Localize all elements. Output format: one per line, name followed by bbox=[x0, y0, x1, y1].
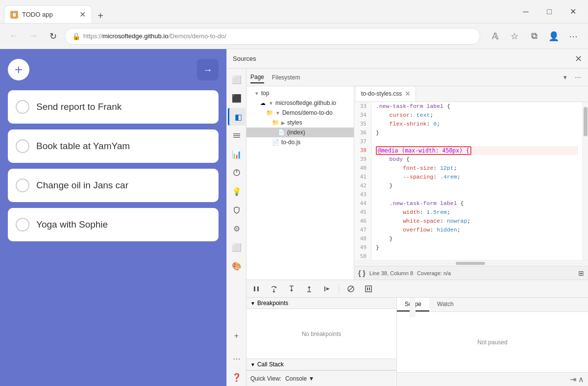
minimize-button[interactable]: ─ bbox=[514, 4, 537, 20]
todo-checkbox-4[interactable] bbox=[16, 218, 29, 232]
todo-text-2: Book table at YamYam bbox=[36, 141, 130, 152]
devtools-body: ⬜ ⬛ ◧ 📊 💡 ⚙ ⬜ 🎨 bbox=[227, 69, 588, 386]
svg-rect-5 bbox=[257, 286, 259, 291]
code-line-34: cursor: text; bbox=[376, 111, 578, 120]
read-aloud-button[interactable]: 𝔸 bbox=[486, 27, 504, 45]
todo-panel: + → Send report to Frank Book table at Y… bbox=[0, 49, 226, 386]
status-dock-icon[interactable]: ⊞ bbox=[578, 269, 584, 277]
devtools-panel: Sources ✕ ⬜ ⬛ ◧ 📊 💡 bbox=[226, 49, 588, 386]
debug-right-tabs: Scope Watch bbox=[397, 298, 588, 312]
tree-item-top[interactable]: ▼ top bbox=[246, 88, 354, 98]
profile-button[interactable]: 👤 bbox=[545, 27, 563, 45]
todo-item-1[interactable]: Send report to Frank bbox=[8, 90, 219, 124]
sidebar-icon-add[interactable]: + bbox=[228, 327, 245, 345]
todo-item-3[interactable]: Change oil in Jans car bbox=[8, 169, 219, 202]
deactivate-button[interactable] bbox=[345, 283, 357, 295]
forward-button[interactable]: → bbox=[25, 28, 41, 44]
sidebar-icon-console[interactable]: ⬛ bbox=[228, 89, 245, 107]
new-tab-button[interactable]: + bbox=[93, 8, 108, 23]
svg-rect-1 bbox=[233, 135, 240, 136]
sidebar-icon-network[interactable] bbox=[228, 127, 245, 144]
tree-item-domain[interactable]: ☁ ▼ microsoftedge.github.io bbox=[246, 98, 354, 108]
devtools-close-button[interactable]: ✕ bbox=[573, 51, 584, 66]
code-line-33: .new-task-form label { bbox=[376, 102, 578, 111]
sidebar-icon-sources[interactable]: ◧ bbox=[228, 108, 245, 126]
back-button[interactable]: ← bbox=[6, 28, 22, 44]
watch-tab[interactable]: Watch bbox=[429, 298, 462, 311]
tree-item-todo-js[interactable]: 📄 to-do.js bbox=[246, 137, 354, 147]
url-bar[interactable]: 🔒 https://microsoftedge.github.io/Demos/… bbox=[65, 28, 480, 45]
continue-button[interactable] bbox=[321, 283, 333, 295]
close-button[interactable]: ✕ bbox=[562, 4, 584, 20]
active-tab[interactable]: 📋 TODO app ✕ bbox=[4, 5, 92, 23]
devtools-sidebar: ⬜ ⬛ ◧ 📊 💡 ⚙ ⬜ 🎨 bbox=[227, 69, 246, 386]
line-num-48: 48 bbox=[354, 234, 368, 243]
tab-bar: 📋 TODO app ✕ + bbox=[4, 0, 514, 23]
vertical-scrollbar[interactable] bbox=[582, 102, 588, 260]
sidebar-icon-security[interactable] bbox=[228, 201, 245, 219]
horizontal-scrollbar[interactable] bbox=[354, 260, 588, 266]
todo-checkbox-1[interactable] bbox=[16, 100, 29, 114]
h-scrollbar-thumb[interactable] bbox=[456, 262, 485, 265]
code-tab-close-button[interactable]: ✕ bbox=[405, 90, 411, 98]
scope-action-icon[interactable]: ⇥ bbox=[570, 375, 576, 384]
browser-window: 📋 TODO app ✕ + ─ □ ✕ ← → ↻ 🔒 https://mic… bbox=[0, 0, 588, 386]
sidebar-icon-application[interactable]: 💡 bbox=[228, 182, 245, 200]
breakpoints-scrollbar[interactable] bbox=[410, 298, 416, 317]
code-tab-filename: to-do-styles.css bbox=[361, 90, 402, 97]
line-num-35: 35 bbox=[354, 120, 368, 129]
sources-panel: Page Filesystem ▾ ⋯ ▼ top bbox=[246, 69, 588, 386]
sources-more-button[interactable]: ⋯ bbox=[572, 73, 584, 82]
sidebar-icon-settings[interactable]: ⚙ bbox=[228, 220, 245, 237]
scope-content: Not paused bbox=[397, 312, 588, 372]
dont-pause-button[interactable] bbox=[363, 283, 374, 295]
scope-expand-icon[interactable]: ∧ bbox=[578, 375, 584, 384]
call-stack-header[interactable]: ▼ Call Stack bbox=[246, 359, 396, 370]
maximize-button[interactable]: □ bbox=[538, 4, 561, 20]
line-num-49: 49 bbox=[354, 243, 368, 252]
pause-button[interactable] bbox=[250, 283, 262, 295]
todo-item-4[interactable]: Yoga with Sophie bbox=[8, 208, 219, 241]
sidebar-icon-paint[interactable]: 🎨 bbox=[228, 257, 245, 275]
code-line-50 bbox=[376, 252, 578, 260]
step-out-button[interactable] bbox=[303, 283, 315, 295]
line-num-46: 46 bbox=[354, 217, 368, 226]
line-num-43: 43 bbox=[354, 190, 368, 199]
tree-item-styles[interactable]: 📁 ▶ styles bbox=[246, 118, 354, 128]
sources-dropdown-button[interactable]: ▾ bbox=[561, 73, 570, 82]
scrollbar-thumb[interactable] bbox=[584, 107, 588, 136]
tab-close-button[interactable]: ✕ bbox=[79, 11, 86, 19]
tab-page[interactable]: Page bbox=[250, 72, 264, 83]
breakpoints-header[interactable]: ▼ Breakpoints bbox=[246, 298, 396, 309]
sidebar-icon-more[interactable]: ⋯ bbox=[228, 350, 245, 367]
sidebar-icon-performance[interactable]: 📊 bbox=[228, 145, 245, 163]
sidebar-icon-memory[interactable] bbox=[228, 164, 245, 181]
todo-checkbox-2[interactable] bbox=[16, 139, 29, 153]
collections-button[interactable]: ⧉ bbox=[525, 27, 543, 45]
line-numbers: 33 34 35 36 37 38 39 40 41 bbox=[354, 102, 372, 260]
quick-view-dropdown[interactable]: Console ▼ bbox=[285, 375, 314, 382]
code-line-47: overflow: hidden; bbox=[376, 226, 578, 234]
curly-braces-icon[interactable]: { } bbox=[358, 269, 366, 277]
quick-view-arrow: ▼ bbox=[309, 375, 315, 382]
step-over-button[interactable] bbox=[268, 283, 280, 295]
tree-item-demos[interactable]: 📁 ▼ Demos/demo-to-do bbox=[246, 108, 354, 118]
code-line-45: width: 1.5rem; bbox=[376, 208, 578, 217]
todo-item-2[interactable]: Book table at YamYam bbox=[8, 129, 219, 163]
refresh-button[interactable]: ↻ bbox=[45, 28, 61, 44]
status-coverage: Coverage: n/a bbox=[417, 270, 451, 276]
sidebar-icon-elements[interactable]: ⬜ bbox=[228, 71, 245, 88]
devtools-toolbar: Sources ✕ bbox=[227, 49, 588, 69]
more-button[interactable]: ⋯ bbox=[564, 27, 582, 45]
todo-add-button[interactable]: + bbox=[8, 59, 29, 80]
todo-nav-button[interactable]: → bbox=[197, 59, 219, 80]
sidebar-icon-device[interactable]: ⬜ bbox=[228, 238, 245, 256]
todo-checkbox-3[interactable] bbox=[16, 179, 29, 192]
sidebar-icon-help[interactable]: ❓ bbox=[228, 368, 245, 386]
favorites-button[interactable]: ☆ bbox=[506, 27, 523, 45]
status-bar-right: ⊞ bbox=[578, 269, 584, 277]
step-into-button[interactable] bbox=[286, 283, 297, 295]
tab-filesystem[interactable]: Filesystem bbox=[272, 72, 300, 83]
code-tab-styles[interactable]: to-do-styles.css ✕ bbox=[356, 87, 416, 102]
tree-item-index[interactable]: 📄 (index) bbox=[246, 128, 354, 137]
